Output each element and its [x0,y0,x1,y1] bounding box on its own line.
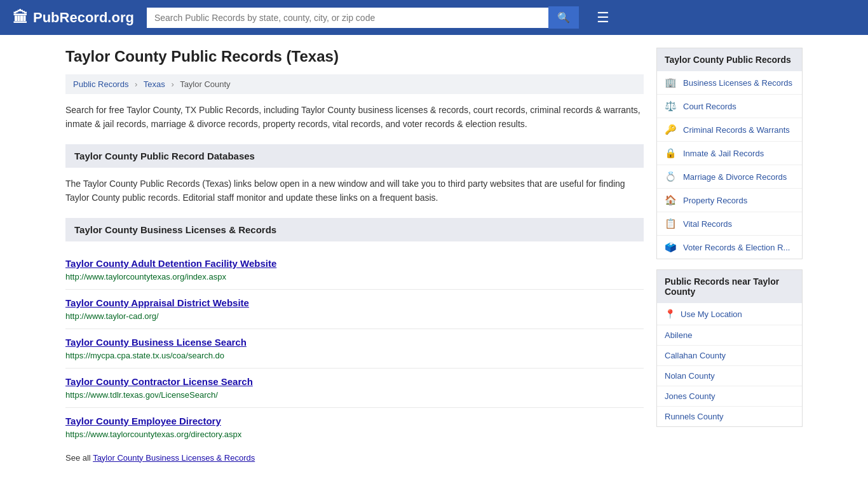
criminal-icon: 🔑 [665,124,677,135]
sidebar-label-property: Property Records [683,196,747,205]
content-area: Taylor County Public Records (Texas) Pub… [65,48,644,469]
vital-icon: 📋 [665,218,677,229]
near-item-abilene[interactable]: Abilene [657,325,802,346]
record-item-2: Taylor County Business License Search ht… [65,329,644,369]
sidebar-item-inmate[interactable]: 🔒 Inmate & Jail Records [657,142,802,165]
voter-icon: 🗳️ [665,241,677,253]
record-item-0: Taylor County Adult Detention Facility W… [65,250,644,290]
sidebar: Taylor County Public Records 🏢 Business … [656,48,803,469]
sidebar-label-inmate: Inmate & Jail Records [683,149,764,158]
record-url-4[interactable]: https://www.taylorcountytexas.org/direct… [65,430,241,439]
sidebar-label-business: Business Licenses & Records [683,78,792,88]
property-icon: 🏠 [665,194,677,206]
see-all-link[interactable]: Taylor County Business Licenses & Record… [93,453,255,463]
record-item-3: Taylor County Contractor License Search … [65,369,644,408]
sidebar-label-marriage: Marriage & Divorce Records [683,172,787,182]
menu-icon: ☰ [597,10,609,25]
use-location-item[interactable]: 📍 Use My Location [657,303,802,325]
sidebar-label-criminal: Criminal Records & Warrants [683,125,790,135]
page-title: Taylor County Public Records (Texas) [65,48,644,65]
near-item-runnels[interactable]: Runnels County [657,407,802,426]
logo-text: PubRecord.org [33,10,134,26]
breadcrumb-texas[interactable]: Texas [144,79,165,89]
db-section-header: Taylor County Public Record Databases [65,144,644,168]
marriage-icon: 💍 [665,171,677,182]
business-icon: 🏢 [665,77,677,88]
sidebar-item-vital[interactable]: 📋 Vital Records [657,212,802,236]
record-item-4: Taylor County Employee Directory https:/… [65,408,644,447]
near-box: Public Records near Taylor County 📍 Use … [656,269,803,427]
search-area: 🔍 [147,6,579,29]
breadcrumb-public-records[interactable]: Public Records [73,79,128,89]
biz-section-header: Taylor County Business Licenses & Record… [65,218,644,241]
record-title-1[interactable]: Taylor County Appraisal District Website [65,297,644,308]
sidebar-item-property[interactable]: 🏠 Property Records [657,189,802,212]
near-item-jones[interactable]: Jones County [657,386,802,407]
search-input[interactable] [147,8,548,28]
breadcrumb-sep-2: › [171,79,173,89]
sidebar-label-court: Court Records [683,102,736,111]
record-url-1[interactable]: http://www.taylor-cad.org/ [65,311,159,321]
header: 🏛 PubRecord.org 🔍 ☰ [0,0,868,35]
records-list: Taylor County Adult Detention Facility W… [65,250,644,447]
logo-icon: 🏛 [13,9,28,27]
main-container: Taylor County Public Records (Texas) Pub… [53,35,815,488]
use-location-label: Use My Location [681,309,742,319]
public-records-box: Taylor County Public Records 🏢 Business … [656,48,803,259]
sidebar-item-business[interactable]: 🏢 Business Licenses & Records [657,71,802,95]
breadcrumb: Public Records › Texas › Taylor County [65,74,644,94]
sidebar-item-criminal[interactable]: 🔑 Criminal Records & Warrants [657,118,802,142]
near-item-nolan[interactable]: Nolan County [657,366,802,386]
db-intro-text: The Taylor County Public Records (Texas)… [65,177,644,205]
location-icon: 📍 [665,309,675,319]
sidebar-label-voter: Voter Records & Election R... [683,243,790,252]
court-icon: ⚖️ [665,100,677,112]
sidebar-label-vital: Vital Records [683,219,732,229]
near-item-callahan[interactable]: Callahan County [657,346,802,366]
search-button[interactable]: 🔍 [548,6,579,29]
breadcrumb-taylor-county: Taylor County [180,79,230,89]
public-records-title: Taylor County Public Records [657,48,802,71]
see-all: See all Taylor County Business Licenses … [65,447,644,469]
record-title-2[interactable]: Taylor County Business License Search [65,337,644,348]
logo-link[interactable]: 🏛 PubRecord.org [13,9,134,27]
record-title-3[interactable]: Taylor County Contractor License Search [65,376,644,387]
record-title-4[interactable]: Taylor County Employee Directory [65,416,644,426]
breadcrumb-sep-1: › [135,79,137,89]
record-url-0[interactable]: http://www.taylorcountytexas.org/index.a… [65,272,226,281]
menu-button[interactable]: ☰ [597,10,609,26]
record-item-1: Taylor County Appraisal District Website… [65,290,644,329]
sidebar-item-court[interactable]: ⚖️ Court Records [657,95,802,118]
sidebar-item-marriage[interactable]: 💍 Marriage & Divorce Records [657,165,802,189]
sidebar-item-voter[interactable]: 🗳️ Voter Records & Election R... [657,236,802,259]
record-url-2[interactable]: https://mycpa.cpa.state.tx.us/coa/search… [65,351,224,360]
record-url-3[interactable]: https://www.tdlr.texas.gov/LicenseSearch… [65,390,218,400]
inmate-icon: 🔒 [665,147,677,159]
near-title: Public Records near Taylor County [657,270,802,303]
intro-text: Search for free Taylor County, TX Public… [65,103,644,132]
record-title-0[interactable]: Taylor County Adult Detention Facility W… [65,258,644,269]
search-icon: 🔍 [557,12,570,23]
